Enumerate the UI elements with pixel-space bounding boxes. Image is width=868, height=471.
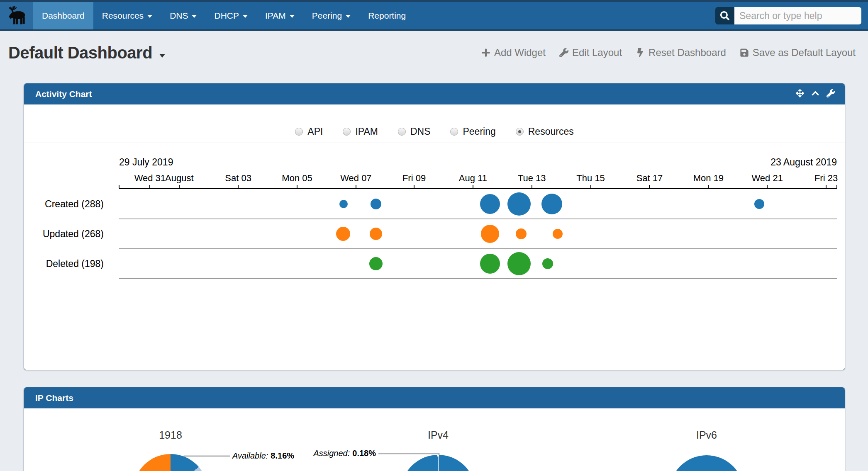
activity-bubble[interactable]	[542, 258, 553, 269]
app-logo[interactable]	[0, 2, 33, 29]
nav-item-ipam[interactable]: IPAM	[256, 2, 303, 29]
nav-item-label: DNS	[170, 11, 188, 21]
dashboard-toolbar: Add WidgetEdit LayoutReset DashboardSave…	[481, 47, 856, 58]
activity-panel-icons	[796, 89, 835, 100]
x-axis-tick	[649, 185, 650, 188]
activity-chart-panel: Activity Chart APIIPAMDNSPeeringResource…	[24, 83, 845, 370]
search-box	[715, 7, 861, 24]
activity-bubble-chart: 29 July 2019 23 August 2019 Wed 31August…	[24, 104, 845, 370]
chevron-down-icon	[147, 15, 152, 18]
main-nav: DashboardResourcesDNSDHCPIPAMPeeringRepo…	[0, 2, 868, 31]
assigned-callout-value: 0.18%	[352, 449, 376, 458]
available-callout-value: 8.16%	[271, 451, 294, 460]
x-axis-tick-label: Tue 13	[518, 173, 546, 184]
ip-charts-panel: IP Charts 1918 IPv4 IPv6 Available:8.16%…	[24, 387, 845, 471]
activity-bubble[interactable]	[507, 192, 531, 216]
activity-bubble[interactable]	[480, 194, 500, 214]
assigned-callout: Assigned:0.18%	[313, 449, 376, 458]
x-axis-tick-label: Thu 15	[576, 173, 605, 184]
pie-chart-ipv4[interactable]	[401, 455, 475, 471]
x-axis-tick	[414, 185, 414, 188]
x-axis-line	[119, 188, 837, 189]
activity-row-divider	[119, 278, 837, 279]
dashboard-dropdown-caret-icon[interactable]	[159, 54, 165, 58]
activity-bubble[interactable]	[507, 252, 531, 275]
x-axis-tick-label: Wed 31	[134, 173, 166, 184]
panel-move-button[interactable]	[796, 89, 804, 100]
nav-item-label: Reporting	[368, 11, 406, 21]
nav-item-label: Resources	[102, 11, 144, 21]
nav-item-label: Peering	[312, 11, 342, 21]
activity-bubble[interactable]	[480, 254, 500, 274]
pie-chart-1918[interactable]	[133, 454, 208, 471]
toolbar-add-widget-button[interactable]: Add Widget	[481, 47, 546, 58]
nav-item-reporting[interactable]: Reporting	[359, 2, 414, 29]
nav-item-resources[interactable]: Resources	[93, 2, 161, 29]
pie-title-ipv4: IPv4	[388, 429, 488, 441]
activity-bubble[interactable]	[339, 200, 348, 208]
panel-wrench-button[interactable]	[827, 89, 835, 100]
search-input[interactable]	[734, 7, 861, 24]
save-icon	[740, 48, 749, 57]
x-axis-tick-label: Wed 21	[751, 173, 783, 184]
toolbar-reset-dashboard-button[interactable]: Reset Dashboard	[636, 47, 726, 58]
ip-panel-body: 1918 IPv4 IPv6 Available:8.16% Assigned:…	[24, 408, 845, 471]
axis-end-date: 23 August 2019	[119, 157, 837, 168]
x-axis-tick	[590, 185, 591, 188]
x-axis-tick-label: Fri 09	[402, 173, 426, 184]
nav-item-peering[interactable]: Peering	[303, 2, 359, 29]
nav-item-label: Dashboard	[42, 11, 85, 21]
moose-icon	[5, 5, 29, 26]
activity-bubble[interactable]	[370, 228, 382, 240]
available-callout-label: Available:	[232, 451, 268, 460]
x-axis-tick	[826, 185, 827, 188]
x-axis-tick-label: Mon 19	[693, 173, 724, 184]
toolbar-save-as-default-layout-button[interactable]: Save as Default Layout	[740, 47, 856, 58]
activity-bubble[interactable]	[754, 199, 764, 209]
assigned-callout-label: Assigned:	[313, 449, 350, 458]
activity-bubble[interactable]	[516, 228, 527, 239]
panel-chevron-up-button[interactable]	[811, 89, 819, 100]
search-button[interactable]	[715, 7, 734, 24]
wrench-icon	[559, 48, 568, 57]
activity-row-label: Deleted (198)	[27, 258, 104, 269]
activity-bubble[interactable]	[553, 229, 563, 239]
ip-panel-header: IP Charts	[24, 388, 845, 408]
chevron-down-icon	[192, 15, 197, 18]
x-axis-tick	[238, 185, 239, 188]
activity-row-label: Created (288)	[27, 199, 104, 210]
page: DashboardResourcesDNSDHCPIPAMPeeringRepo…	[0, 0, 868, 471]
toolbar-label: Save as Default Layout	[753, 47, 856, 58]
toolbar-edit-layout-button[interactable]: Edit Layout	[559, 47, 622, 58]
nav-item-label: DHCP	[214, 11, 239, 21]
x-axis-tick	[356, 185, 356, 188]
x-axis-tick-label: Fri 23	[814, 173, 838, 184]
activity-bubble[interactable]	[369, 257, 383, 270]
pie-chart-ipv6[interactable]	[669, 455, 744, 471]
toolbar-label: Edit Layout	[572, 47, 622, 58]
nav-item-label: IPAM	[265, 11, 286, 21]
x-axis-tick	[708, 185, 709, 188]
nav-item-dashboard[interactable]: Dashboard	[33, 2, 93, 29]
chevron-down-icon	[243, 15, 248, 18]
x-axis-tick	[532, 185, 532, 188]
activity-bubble[interactable]	[336, 227, 350, 241]
toolbar-label: Reset Dashboard	[649, 47, 726, 58]
activity-bubble[interactable]	[371, 199, 381, 209]
activity-panel-header: Activity Chart	[24, 84, 845, 104]
activity-bubble[interactable]	[481, 225, 499, 243]
nav-item-dhcp[interactable]: DHCP	[205, 2, 256, 29]
x-axis-tick-label: Mon 05	[282, 173, 312, 184]
pie-title-ipv6: IPv6	[657, 429, 756, 441]
bolt-icon	[636, 48, 645, 57]
x-axis-tick	[297, 185, 297, 188]
x-axis-tick	[767, 185, 768, 188]
activity-bubble[interactable]	[541, 194, 562, 214]
x-axis-tick-label: Sat 17	[636, 173, 663, 184]
nav-item-dns[interactable]: DNS	[161, 2, 205, 29]
activity-row-label: Updated (268)	[27, 228, 104, 240]
x-axis-tick	[179, 185, 180, 188]
wrench-icon	[827, 89, 835, 97]
nav-items: DashboardResourcesDNSDHCPIPAMPeeringRepo…	[33, 2, 414, 29]
page-header: Default Dashboard Add WidgetEdit LayoutR…	[0, 31, 868, 75]
